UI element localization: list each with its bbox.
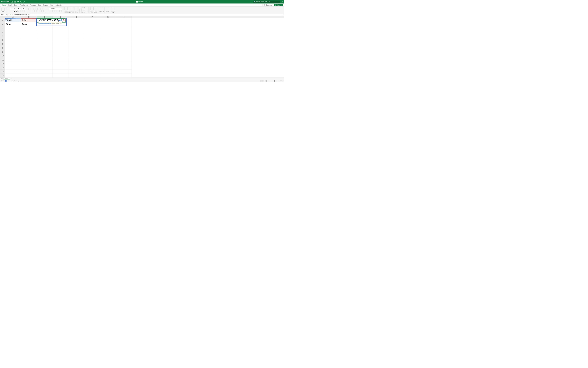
home-icon[interactable] xyxy=(11,1,13,3)
cell[interactable] xyxy=(5,46,21,50)
tab-automate[interactable]: Automate xyxy=(54,4,63,6)
cell[interactable] xyxy=(116,18,132,22)
sheet-next-icon[interactable]: ▶ xyxy=(2,78,3,80)
row-header[interactable]: 15 xyxy=(0,74,5,77)
cell[interactable] xyxy=(116,26,132,30)
cell[interactable] xyxy=(53,42,68,46)
undo-icon[interactable] xyxy=(20,1,22,3)
cell-styles-icon[interactable] xyxy=(75,7,78,10)
sort-filter-icon[interactable] xyxy=(90,7,93,10)
cell[interactable] xyxy=(68,58,84,62)
format-as-table-icon[interactable] xyxy=(70,7,73,10)
cell[interactable] xyxy=(68,42,84,46)
cell[interactable] xyxy=(100,50,116,54)
sheet-prev-icon[interactable]: ◀ xyxy=(1,78,1,80)
page-layout-view-icon[interactable] xyxy=(263,80,264,82)
cell[interactable] xyxy=(5,70,21,74)
col-header-e[interactable]: E xyxy=(68,16,84,18)
cell[interactable] xyxy=(84,54,100,58)
cell[interactable] xyxy=(5,26,21,30)
cell[interactable] xyxy=(53,74,68,77)
add-sheet-icon[interactable]: ＋ xyxy=(10,78,12,80)
autosum-icon[interactable] xyxy=(87,7,89,9)
cell-a1[interactable]: Smith xyxy=(5,18,21,22)
col-header-a[interactable]: A xyxy=(5,16,21,18)
cell[interactable] xyxy=(100,34,116,38)
increase-decimal-icon[interactable] xyxy=(57,10,59,12)
tooltip-arg1[interactable]: text1 xyxy=(48,22,51,24)
italic-icon[interactable]: I xyxy=(16,10,18,12)
cell[interactable] xyxy=(37,54,53,58)
cell[interactable] xyxy=(21,74,37,77)
save-icon[interactable] xyxy=(14,1,16,3)
clear-icon[interactable] xyxy=(87,11,89,13)
cell[interactable] xyxy=(100,74,116,77)
cell[interactable] xyxy=(84,58,100,62)
orientation-icon[interactable] xyxy=(40,8,43,10)
fill-color-icon[interactable] xyxy=(23,10,25,12)
cell[interactable] xyxy=(37,66,53,70)
normal-view-icon[interactable] xyxy=(260,80,262,82)
cell[interactable] xyxy=(53,54,68,58)
cell[interactable] xyxy=(84,18,100,22)
cell[interactable] xyxy=(5,62,21,66)
col-header-f[interactable]: F xyxy=(84,16,100,18)
tab-view[interactable]: View xyxy=(49,4,54,6)
cell[interactable] xyxy=(5,58,21,62)
delete-cells-icon[interactable] xyxy=(80,9,81,11)
align-middle-icon[interactable] xyxy=(36,8,38,10)
cell-a2[interactable]: Doe xyxy=(5,22,21,26)
zoom-in-icon[interactable]: + xyxy=(278,80,279,82)
cell[interactable] xyxy=(84,34,100,38)
fx-icon[interactable]: fx xyxy=(12,14,13,15)
cell[interactable] xyxy=(116,42,132,46)
cell[interactable] xyxy=(84,74,100,77)
cell[interactable] xyxy=(84,22,100,26)
cell[interactable] xyxy=(37,42,53,46)
cell[interactable] xyxy=(84,50,100,54)
wrap-text-icon[interactable] xyxy=(45,8,47,10)
select-all-corner[interactable] xyxy=(0,16,5,18)
align-center-icon[interactable] xyxy=(35,10,36,12)
cell[interactable] xyxy=(5,34,21,38)
cell[interactable] xyxy=(84,70,100,74)
cell[interactable] xyxy=(116,58,132,62)
cell[interactable] xyxy=(84,26,100,30)
cell[interactable] xyxy=(21,50,37,54)
cell[interactable] xyxy=(37,26,53,30)
cell[interactable] xyxy=(116,62,132,66)
align-right-icon[interactable] xyxy=(37,10,39,12)
cell[interactable] xyxy=(100,38,116,42)
cell[interactable] xyxy=(5,54,21,58)
cell[interactable] xyxy=(68,74,84,77)
cell[interactable] xyxy=(53,70,68,74)
align-bottom-icon[interactable] xyxy=(38,8,40,10)
border-icon[interactable] xyxy=(20,10,22,12)
cell[interactable] xyxy=(100,70,116,74)
comma-icon[interactable] xyxy=(55,10,57,12)
conditional-formatting-icon[interactable] xyxy=(64,7,67,10)
name-box[interactable]: SUM ▲▼ xyxy=(0,14,8,16)
cell[interactable] xyxy=(116,22,132,26)
cell[interactable] xyxy=(116,74,132,77)
cell[interactable] xyxy=(100,26,116,30)
sheet-tab[interactable]: Sheet1 xyxy=(3,78,10,80)
bold-icon[interactable]: B xyxy=(13,10,15,12)
currency-icon[interactable] xyxy=(50,10,52,12)
toggle-switch-icon[interactable] xyxy=(7,1,10,2)
cell[interactable] xyxy=(68,18,84,22)
cell[interactable] xyxy=(21,26,37,30)
cell[interactable] xyxy=(100,54,116,58)
cell[interactable] xyxy=(37,58,53,62)
cell[interactable] xyxy=(53,38,68,42)
tab-formulas[interactable]: Formulas xyxy=(29,4,37,6)
decrease-font-icon[interactable] xyxy=(28,8,30,10)
cell[interactable] xyxy=(5,66,21,70)
font-name-input[interactable] xyxy=(10,8,22,10)
merge-icon[interactable] xyxy=(45,10,47,12)
increase-indent-icon[interactable] xyxy=(42,10,44,12)
font-color-icon[interactable] xyxy=(25,10,27,12)
cell[interactable] xyxy=(37,30,53,34)
cell[interactable] xyxy=(116,46,132,50)
chevron-down-icon[interactable]: ⌄ xyxy=(144,1,145,2)
